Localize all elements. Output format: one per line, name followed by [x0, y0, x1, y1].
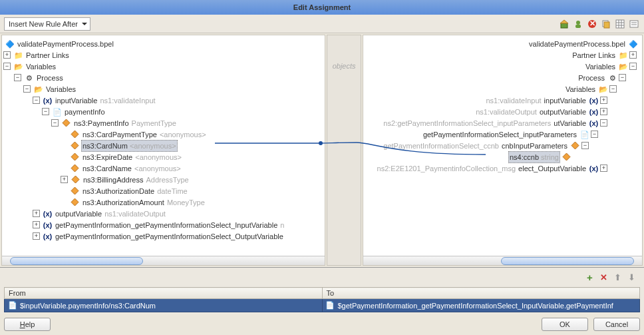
- expand-toggle[interactable]: +: [33, 221, 40, 228]
- partner-links-node[interactable]: +📁Partner Links: [3, 49, 323, 61]
- svg-marker-16: [63, 119, 70, 127]
- gpi-output-node[interactable]: +(x)getPaymentInformation_getPaymentInfo…: [3, 230, 323, 242]
- expand-toggle[interactable]: +: [629, 51, 637, 59]
- table-row[interactable]: 📄$inputVariable.paymentInfo/ns3:CardNum …: [5, 299, 640, 312]
- collapse-toggle[interactable]: −: [3, 63, 11, 70]
- collapse-toggle[interactable]: −: [609, 85, 617, 93]
- bpel-file-icon: 🔷: [628, 39, 638, 49]
- move-down-button[interactable]: ⬇: [626, 272, 637, 283]
- process-icon: ⚙: [607, 73, 617, 83]
- cardnum-node[interactable]: ns3:CardNum <anonymous>: [3, 140, 323, 151]
- table-actions: + ✕ ⬆ ⬇: [4, 270, 640, 284]
- tb-copy-icon[interactable]: [600, 18, 612, 30]
- tb-person-icon[interactable]: [572, 18, 584, 30]
- element-icon: [71, 174, 80, 184]
- variable-icon: (x): [589, 95, 599, 105]
- svg-marker-23: [71, 198, 79, 206]
- left-scrollbar[interactable]: [2, 256, 325, 265]
- ok-button[interactable]: OK: [542, 318, 588, 331]
- bottom-panel: + ✕ ⬆ ⬇ From To 📄$inputVariable.paymentI…: [0, 267, 644, 314]
- element-icon: [70, 163, 80, 173]
- file-node[interactable]: validatePaymentProcess.bpel🔷: [365, 38, 641, 49]
- partner-links-node[interactable]: Partner Links📁+: [365, 49, 641, 61]
- collapse-toggle[interactable]: −: [51, 119, 59, 127]
- tb-home-icon[interactable]: [558, 18, 570, 30]
- folder-open-icon: 📂: [598, 84, 608, 94]
- element-icon: [61, 118, 71, 128]
- svg-marker-22: [71, 187, 79, 194]
- gpi-input-node[interactable]: +(x)getPaymentInformation_getPaymentInfo…: [3, 219, 323, 230]
- expiredate-node[interactable]: ns3:ExpireDate <anonymous>: [3, 151, 323, 163]
- svg-point-2: [576, 21, 580, 25]
- paymentinfo-node[interactable]: −📄paymentInfo: [3, 106, 323, 117]
- tb-grid-icon[interactable]: [614, 18, 626, 30]
- inputvariable-node[interactable]: ns1:validateInput inputVariable(x)+: [365, 95, 641, 106]
- center-divider[interactable]: objects: [327, 35, 361, 266]
- rule-selector-dropdown[interactable]: Insert New Rule After: [4, 17, 90, 31]
- ns3paymentinfo-node[interactable]: −ns3:PaymentInfo PaymentType: [3, 117, 323, 129]
- variable-icon: (x): [43, 208, 53, 218]
- process-node[interactable]: −⚙Process: [3, 72, 323, 83]
- ns4ccnb-node[interactable]: ns4:ccnb string: [365, 151, 641, 163]
- collapse-toggle[interactable]: −: [581, 142, 589, 149]
- collapse-toggle[interactable]: −: [33, 97, 40, 104]
- process-vars-node[interactable]: Variables📂−: [365, 83, 641, 95]
- element-icon: [70, 152, 80, 162]
- expand-toggle[interactable]: +: [61, 176, 68, 183]
- outputvariable-node[interactable]: +(x)outputVariable ns1:validateOutput: [3, 208, 323, 219]
- move-up-button[interactable]: ⬆: [612, 272, 623, 283]
- objects-label: objects: [333, 62, 356, 70]
- element-icon: [570, 141, 580, 151]
- expand-toggle[interactable]: +: [33, 232, 40, 240]
- svg-rect-3: [575, 25, 581, 28]
- collapse-toggle[interactable]: −: [600, 119, 607, 127]
- from-column-header[interactable]: From: [5, 288, 323, 299]
- variables-node[interactable]: Variables📂−: [365, 61, 641, 72]
- authdate-node[interactable]: ns3:AuthorizationDate dateTime: [3, 185, 323, 196]
- expand-toggle[interactable]: +: [600, 108, 607, 115]
- svg-text:✕: ✕: [589, 19, 595, 27]
- gpi-sip-node[interactable]: getPaymentInformationSelect_inputParamet…: [365, 129, 641, 140]
- dialog-footer: Help OK Cancel: [0, 314, 644, 335]
- expand-toggle[interactable]: +: [3, 51, 11, 59]
- svg-rect-0: [561, 23, 567, 28]
- collapse-toggle[interactable]: −: [14, 74, 21, 81]
- svg-marker-17: [71, 131, 79, 138]
- expand-toggle[interactable]: +: [600, 165, 607, 172]
- tb-list-icon[interactable]: [628, 18, 640, 30]
- add-row-button[interactable]: +: [584, 272, 595, 283]
- cardname-node[interactable]: ns3:CardName <anonymous>: [3, 163, 323, 174]
- folder-open-icon: 📂: [618, 61, 628, 71]
- process-node[interactable]: Process⚙−: [365, 72, 641, 83]
- authamount-node[interactable]: ns3:AuthorizationAmount MoneyType: [3, 196, 323, 208]
- collapse-toggle[interactable]: −: [23, 85, 31, 93]
- variable-icon: (x): [589, 163, 599, 173]
- file-node[interactable]: 🔷validatePaymentProcess.bpel: [3, 38, 323, 49]
- cancel-button[interactable]: Cancel: [593, 318, 640, 331]
- cnbinput-node[interactable]: getPaymentInformationSelect_ccnb cnbInpu…: [365, 140, 641, 151]
- source-tree[interactable]: 🔷validatePaymentProcess.bpel +📁Partner L…: [2, 35, 325, 244]
- element-icon: [70, 186, 80, 196]
- tb-error-icon[interactable]: ✕: [586, 18, 598, 30]
- outputvariable-node[interactable]: ns1:validateOutput outputVariable(x)+: [365, 106, 641, 117]
- delete-row-button[interactable]: ✕: [598, 272, 609, 283]
- to-column-header[interactable]: To: [322, 288, 640, 299]
- collapse-toggle[interactable]: −: [619, 74, 626, 81]
- billingaddress-node[interactable]: +ns3:BillingAddress AddressType: [3, 174, 323, 185]
- help-button[interactable]: Help: [4, 318, 51, 331]
- cardpaymenttype-node[interactable]: ns3:CardPaymentType <anonymous>: [3, 129, 323, 140]
- utvariable-node[interactable]: ns2:getPaymentInformationSelect_inputPar…: [365, 117, 641, 129]
- inputvariable-node[interactable]: −(x)inputVariable ns1:validateInput: [3, 95, 323, 106]
- target-tree[interactable]: validatePaymentProcess.bpel🔷 Partner Lin…: [363, 35, 642, 176]
- element-icon: [70, 141, 80, 151]
- expand-toggle[interactable]: +: [33, 210, 40, 217]
- elect-output-node[interactable]: ns2:E2E1201_PaymentinfoCollection_msg el…: [365, 163, 641, 174]
- expand-toggle[interactable]: +: [600, 97, 607, 104]
- right-scrollbar[interactable]: [363, 256, 642, 265]
- collapse-toggle[interactable]: −: [591, 131, 598, 138]
- collapse-toggle[interactable]: −: [629, 63, 637, 70]
- process-vars-node[interactable]: −📂Variables: [3, 83, 323, 95]
- collapse-toggle[interactable]: −: [42, 108, 49, 115]
- variables-node[interactable]: −📂Variables: [3, 61, 323, 72]
- svg-marker-18: [71, 142, 79, 149]
